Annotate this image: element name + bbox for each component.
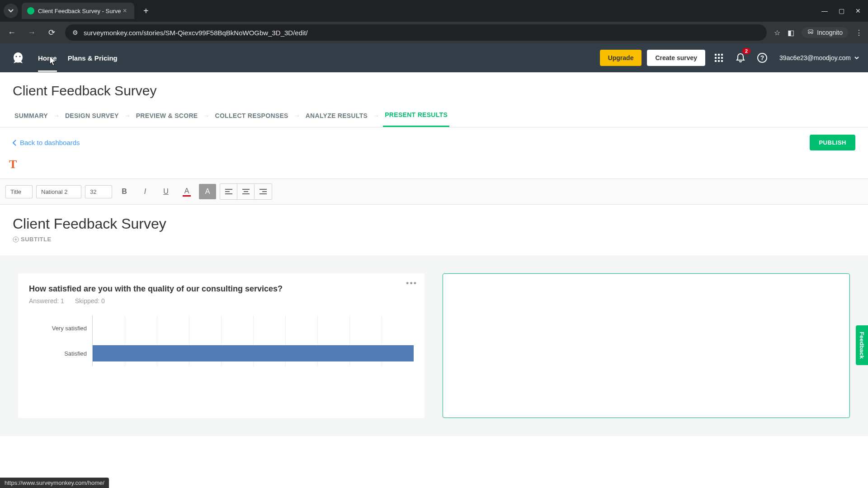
- tab-analyze[interactable]: ANALYZE RESULTS: [304, 105, 370, 127]
- svg-rect-8: [715, 60, 717, 62]
- incognito-icon: [807, 29, 814, 36]
- tab-preview[interactable]: PREVIEW & SCORE: [134, 105, 200, 127]
- page-title: Client Feedback Survey: [13, 83, 855, 99]
- size-select[interactable]: 32: [85, 185, 112, 198]
- close-tab-icon[interactable]: ×: [121, 7, 129, 15]
- surveymonkey-logo[interactable]: [9, 49, 27, 67]
- user-menu[interactable]: 39ac6e23@moodjoy.com: [779, 54, 859, 61]
- site-settings-icon[interactable]: ⚙: [72, 29, 78, 36]
- add-subtitle-button[interactable]: SUBTITLE: [13, 236, 855, 243]
- back-label: Back to dashboards: [20, 139, 80, 146]
- chevron-down-icon: [854, 56, 859, 59]
- bold-button[interactable]: B: [116, 184, 133, 199]
- browser-tab[interactable]: Client Feedback Survey - Surve ×: [22, 3, 134, 19]
- chart-label: Very satisfied: [29, 325, 92, 332]
- svg-rect-7: [721, 57, 723, 59]
- svg-rect-5: [715, 57, 717, 59]
- svg-rect-2: [715, 54, 717, 56]
- tab-title: Client Feedback Survey - Surve: [38, 8, 121, 14]
- upgrade-button[interactable]: Upgrade: [600, 50, 642, 66]
- arrow-icon: →: [203, 112, 209, 119]
- side-panel-icon[interactable]: ◧: [788, 28, 794, 37]
- workflow-tabs: SUMMARY → DESIGN SURVEY → PREVIEW & SCOR…: [0, 104, 868, 127]
- empty-card-slot[interactable]: [443, 273, 850, 418]
- tab-summary[interactable]: SUMMARY: [13, 105, 50, 127]
- nav-plans[interactable]: Plans & Pricing: [68, 44, 118, 72]
- chart-bar: [93, 345, 414, 361]
- chart-row: Satisfied: [29, 341, 414, 366]
- reload-icon[interactable]: ⟳: [45, 28, 58, 38]
- chart-label: Satisfied: [29, 350, 92, 357]
- tab-design[interactable]: DESIGN SURVEY: [63, 105, 121, 127]
- notifications-icon[interactable]: 2: [732, 50, 749, 66]
- svg-rect-3: [718, 54, 720, 56]
- new-tab-button[interactable]: +: [140, 5, 152, 17]
- incognito-badge[interactable]: Incognito: [802, 27, 848, 38]
- tab-present[interactable]: PRESENT RESULTS: [383, 104, 449, 127]
- svg-text:?: ?: [760, 54, 764, 61]
- svg-rect-9: [718, 60, 720, 62]
- arrow-icon: →: [294, 112, 300, 119]
- question-text: How satisfied are you with the quality o…: [29, 284, 414, 294]
- style-select[interactable]: Title: [5, 185, 33, 198]
- back-to-dashboards-link[interactable]: Back to dashboards: [13, 139, 80, 146]
- chevron-left-icon: [13, 140, 16, 146]
- align-right-button[interactable]: [255, 184, 272, 199]
- tabs-dropdown[interactable]: [4, 4, 18, 18]
- answered-count: Answered: 1: [29, 297, 64, 305]
- skipped-count: Skipped: 0: [75, 297, 105, 305]
- apps-grid-icon[interactable]: [711, 50, 727, 66]
- browser-menu-icon[interactable]: ⋮: [855, 28, 863, 37]
- forward-icon[interactable]: →: [25, 28, 38, 38]
- underline-button[interactable]: U: [157, 184, 175, 199]
- arrow-icon: →: [373, 112, 379, 119]
- svg-point-1: [19, 56, 21, 57]
- plus-circle-icon: [13, 236, 19, 243]
- maximize-icon[interactable]: ▢: [839, 7, 844, 14]
- text-color-button[interactable]: A: [178, 184, 195, 199]
- address-bar[interactable]: ⚙ surveymonkey.com/stories/SM-Qiexcv99F5…: [65, 24, 767, 41]
- notification-badge: 2: [742, 48, 750, 54]
- publish-button[interactable]: PUBLISH: [810, 135, 855, 150]
- close-window-icon[interactable]: ✕: [855, 7, 861, 14]
- tab-collect[interactable]: COLLECT RESPONSES: [213, 105, 290, 127]
- arrow-icon: →: [124, 112, 131, 119]
- highlight-button[interactable]: A: [199, 184, 216, 199]
- svg-rect-6: [718, 57, 720, 59]
- card-menu-icon[interactable]: •••: [406, 279, 417, 288]
- bookmark-icon[interactable]: ☆: [774, 28, 780, 37]
- editor-title[interactable]: Client Feedback Survey: [13, 216, 855, 232]
- minimize-icon[interactable]: —: [821, 7, 828, 14]
- incognito-label: Incognito: [817, 29, 843, 36]
- editor-toolbar: Title National 2 32 B I U A A: [0, 179, 868, 205]
- italic-button[interactable]: I: [137, 184, 154, 199]
- svg-point-0: [16, 56, 17, 57]
- svg-rect-10: [721, 60, 723, 62]
- help-icon[interactable]: ?: [754, 50, 770, 66]
- url-text: surveymonkey.com/stories/SM-Qiexcv99F58B…: [84, 29, 308, 37]
- back-icon[interactable]: ←: [5, 28, 18, 38]
- arrow-icon: →: [53, 112, 60, 119]
- status-bar: https://www.surveymonkey.com/home/: [0, 478, 109, 488]
- align-left-button[interactable]: [220, 184, 237, 199]
- chart-row: Very satisfied: [29, 315, 414, 341]
- feedback-tab[interactable]: Feedback: [856, 325, 868, 365]
- svg-rect-4: [721, 54, 723, 56]
- create-survey-button[interactable]: Create survey: [647, 50, 705, 66]
- user-email: 39ac6e23@moodjoy.com: [779, 54, 851, 61]
- bar-chart: Very satisfied Satisfied: [29, 315, 414, 366]
- question-card[interactable]: ••• How satisfied are you with the quali…: [18, 273, 425, 418]
- align-center-button[interactable]: [237, 184, 255, 199]
- favicon-icon: [27, 7, 34, 14]
- subtitle-label: SUBTITLE: [21, 236, 52, 243]
- font-select[interactable]: National 2: [36, 185, 81, 198]
- nav-home[interactable]: Home: [38, 44, 57, 72]
- text-tool-icon[interactable]: T: [9, 158, 17, 171]
